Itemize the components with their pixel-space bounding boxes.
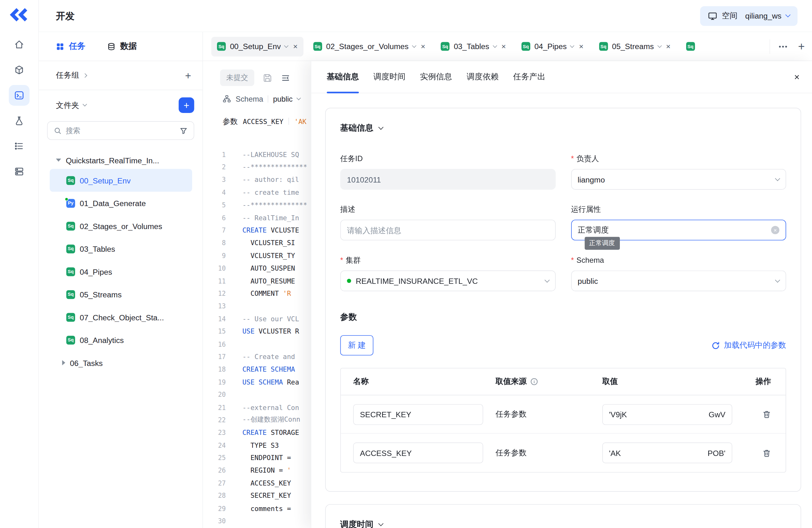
editor-tab-item[interactable]: Sq (681, 37, 696, 56)
editor-tab-02-stages-or-volumes[interactable]: Sq02_Stages_or_Volumes× (307, 37, 431, 56)
chevron-down-icon (785, 12, 790, 17)
code-segment: ENDPOINT = (243, 454, 291, 462)
tree-item-08-analytics[interactable]: Sq08_Analytics (50, 328, 192, 351)
tree-item-02-stages-or-volumes[interactable]: Sq02_Stages_or_Volumes (50, 215, 192, 237)
basic-info-heading[interactable]: 基础信息 (340, 123, 786, 134)
run-property-value[interactable] (578, 226, 767, 234)
tree-item-00-setup-env[interactable]: Sq00_Setup_Env (50, 169, 192, 191)
panel-tab-0[interactable]: 基础信息 (327, 61, 359, 92)
app-logo[interactable] (10, 8, 29, 22)
param-name-input[interactable]: SECRET_KEY (353, 404, 483, 425)
panel-tab-2[interactable]: 实例信息 (420, 61, 452, 92)
code-segment: TYPE S3 (243, 441, 279, 449)
left-rail (0, 0, 39, 528)
sql-file-icon: Sq (441, 42, 450, 51)
new-file-button[interactable]: + (179, 98, 194, 113)
chevron-down-icon[interactable] (284, 43, 288, 47)
tree-item-label: 07_Check_Object_Sta... (80, 313, 164, 322)
task-list-icon[interactable] (9, 135, 30, 156)
tree-item-07-check-object-sta[interactable]: Sq07_Check_Object_Sta... (50, 306, 192, 328)
tab-tasks[interactable]: 任务 (56, 41, 86, 52)
param-name: ACCESS_KEY (243, 117, 284, 125)
tree-item-06-tasks[interactable]: 06_Tasks (50, 351, 192, 374)
format-icon[interactable] (281, 73, 291, 83)
chevron-right-icon (83, 73, 87, 77)
line-number: 11 (203, 277, 226, 285)
param-name-input[interactable]: ACCESS_KEY (353, 442, 483, 463)
task-group-row[interactable]: 任务组 + (39, 61, 203, 90)
line-number: 4 (203, 188, 226, 196)
modules-icon[interactable] (9, 59, 30, 80)
chevron-down-icon[interactable] (493, 43, 497, 47)
workspace-switcher[interactable]: 空间 qiliang_ws (700, 6, 798, 26)
close-icon[interactable]: × (421, 42, 425, 51)
close-icon[interactable]: × (666, 42, 670, 51)
new-param-button[interactable]: 新 建 (340, 335, 374, 355)
sql-file-icon: Sq (66, 244, 75, 253)
param-value-end: POB' (708, 448, 726, 457)
close-icon[interactable]: × (293, 42, 298, 51)
code-text: ACCESS_KEY (226, 479, 291, 487)
param-value-end: GwV (709, 410, 726, 419)
chevron-down-icon[interactable] (570, 43, 575, 47)
panel-tab-3[interactable]: 调度依赖 (467, 61, 499, 92)
editor-tab-label: 05_Streams (612, 42, 654, 51)
panel-tab-1[interactable]: 调度时间 (373, 61, 405, 92)
storage-icon[interactable] (9, 161, 30, 182)
chevron-down-icon[interactable] (657, 43, 661, 47)
more-tabs-icon[interactable] (778, 45, 788, 48)
schema-select[interactable]: public (571, 271, 786, 291)
editor-tab-label: 02_Stages_or_Volumes (326, 42, 408, 51)
tree-root-item[interactable]: Quickstarts_RealTime_In... (50, 151, 192, 169)
delete-param-button[interactable] (762, 448, 771, 457)
code-segment: CREATE SCHEMA (243, 365, 295, 373)
chevron-down-icon[interactable] (412, 43, 416, 47)
close-icon[interactable]: × (501, 42, 506, 51)
editor-tab-04-pipes[interactable]: Sq04_Pipes× (516, 37, 589, 56)
line-number: 25 (203, 454, 226, 462)
schema-field-label: Schema (577, 256, 604, 264)
delete-param-button[interactable] (762, 410, 771, 419)
task-id-value[interactable] (347, 175, 549, 184)
cluster-select[interactable]: REALTIME_INSURANCE_ETL_VC (340, 271, 555, 291)
filter-icon[interactable] (179, 127, 187, 135)
param-source-text: 任务参数 (496, 448, 527, 458)
task-id-input[interactable] (340, 169, 555, 190)
search-input[interactable] (66, 127, 175, 135)
code-segment: ACCESS_KEY (243, 479, 291, 487)
param-value-input[interactable]: 'AKPOB' (602, 442, 732, 463)
description-input[interactable] (340, 220, 555, 240)
folder-row[interactable]: 文件夹 + (39, 90, 203, 120)
description-value[interactable] (347, 226, 549, 234)
schedule-time-heading[interactable]: 调度时间 (340, 519, 786, 528)
search-box[interactable] (47, 121, 194, 140)
load-code-params-link[interactable]: 加载代码中的参数 (712, 341, 786, 350)
line-number: 20 (203, 391, 226, 399)
panel-tab-4[interactable]: 任务产出 (513, 61, 545, 92)
home-icon[interactable] (9, 34, 30, 55)
caret-down-icon[interactable] (56, 159, 61, 162)
tab-data[interactable]: 数据 (107, 41, 137, 52)
editor-tab-00-setup-env[interactable]: Sq00_Setup_Env× (211, 37, 304, 56)
clear-icon[interactable]: × (771, 226, 779, 234)
info-icon[interactable] (530, 377, 538, 385)
tree-item-03-tables[interactable]: Sq03_Tables (50, 237, 192, 260)
editor-tab-03-tables[interactable]: Sq03_Tables× (435, 37, 512, 56)
tree-item-04-pipes[interactable]: Sq04_Pipes (50, 260, 192, 283)
dev-terminal-icon[interactable] (9, 85, 30, 106)
add-task-group-button[interactable]: + (185, 70, 191, 81)
tree-item-01-data-generate[interactable]: Py01_Data_Generate (50, 191, 192, 214)
close-icon[interactable]: × (794, 72, 799, 82)
caret-right-icon[interactable] (62, 360, 66, 365)
run-property-tooltip: 正常调度 (584, 237, 620, 250)
owner-select[interactable]: liangmo (571, 169, 786, 190)
tree-item-05-streams[interactable]: Sq05_Streams (50, 283, 192, 305)
editor-tab-05-streams[interactable]: Sq05_Streams× (593, 37, 677, 56)
data-sync-icon[interactable] (9, 111, 30, 131)
code-text: CREATE SCHEMA (226, 365, 295, 373)
close-icon[interactable]: × (579, 42, 583, 51)
new-tab-button[interactable]: + (798, 41, 805, 52)
param-value-input[interactable]: 'V9jKGwV (602, 404, 732, 425)
schema-value: public (273, 95, 292, 103)
save-icon[interactable] (263, 73, 272, 83)
